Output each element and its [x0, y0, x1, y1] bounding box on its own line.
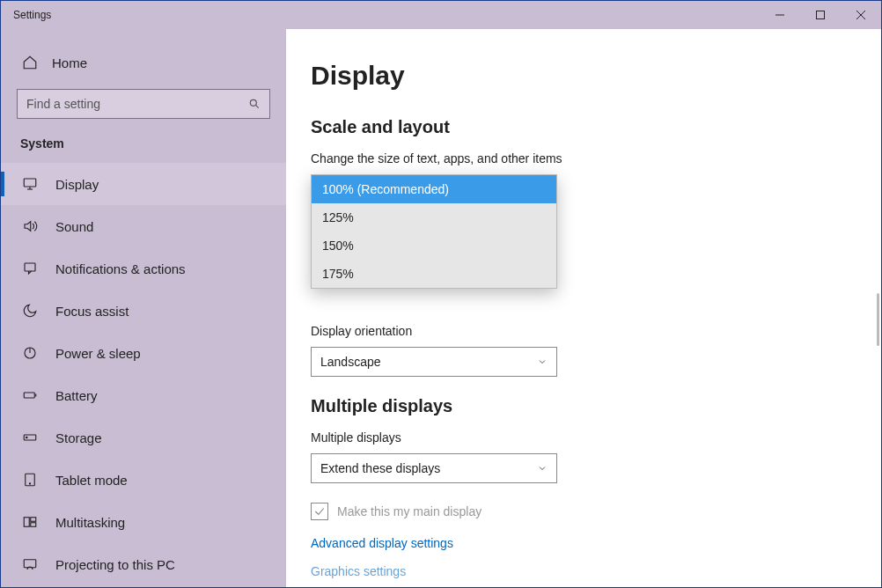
orientation-value: Landscape: [320, 355, 381, 369]
sidebar-item-display[interactable]: Display: [1, 163, 286, 205]
multi-value: Extend these displays: [320, 461, 440, 475]
sidebar-item-tablet-mode[interactable]: Tablet mode: [1, 459, 286, 501]
sidebar-item-projecting-to-this-pc[interactable]: Projecting to this PC: [1, 543, 286, 585]
home-label: Home: [52, 55, 87, 70]
sidebar-item-label: Power & sleep: [55, 346, 141, 361]
content: Display Scale and layout Change the size…: [286, 29, 881, 587]
maximize-button[interactable]: [800, 1, 841, 29]
window-controls: [760, 1, 881, 29]
window-title: Settings: [1, 9, 51, 21]
sidebar-item-label: Storage: [55, 430, 102, 445]
sidebar-item-label: Notifications & actions: [55, 261, 186, 276]
scale-dropdown-list: 100% (Recommended)125%150%175%: [311, 174, 557, 289]
sidebar-section: System: [1, 136, 286, 163]
search-box[interactable]: [17, 89, 270, 119]
sidebar-nav: DisplaySoundNotifications & actionsFocus…: [1, 163, 286, 585]
sidebar-item-sound[interactable]: Sound: [1, 205, 286, 247]
chevron-down-icon: [537, 463, 548, 474]
sidebar-item-battery[interactable]: Battery: [1, 374, 286, 416]
notifications-icon: [20, 261, 40, 276]
page-title: Display: [311, 61, 881, 91]
display-icon: [20, 176, 40, 192]
multi-dropdown[interactable]: Extend these displays: [311, 453, 557, 483]
svg-rect-1: [817, 11, 825, 19]
sidebar-item-label: Projecting to this PC: [55, 557, 175, 572]
search-wrap: [1, 89, 286, 136]
multi-label: Multiple displays: [311, 430, 881, 445]
orientation-group: Display orientation Landscape: [311, 324, 881, 377]
chevron-down-icon: [537, 356, 548, 367]
sidebar-item-label: Tablet mode: [55, 473, 128, 488]
orientation-dropdown[interactable]: Landscape: [311, 347, 557, 377]
close-icon: [856, 10, 866, 20]
minimize-button[interactable]: [760, 1, 800, 29]
svg-rect-21: [31, 523, 36, 527]
sidebar-item-focus-assist[interactable]: Focus assist: [1, 290, 286, 332]
svg-point-16: [26, 437, 28, 438]
window-body: Home System DisplaySoundNotifications & …: [1, 29, 881, 587]
sidebar: Home System DisplaySoundNotifications & …: [1, 29, 286, 587]
orientation-label: Display orientation: [311, 324, 881, 338]
home-nav[interactable]: Home: [1, 47, 286, 78]
advanced-display-link[interactable]: Advanced display settings: [311, 536, 881, 550]
home-icon: [20, 55, 40, 70]
storage-icon: [20, 430, 40, 445]
scale-group: Change the size of text, apps, and other…: [311, 151, 881, 308]
multi-section-heading: Multiple displays: [311, 396, 881, 416]
svg-line-5: [255, 105, 258, 107]
scale-label: Change the size of text, apps, and other…: [311, 151, 881, 165]
graphics-settings-link[interactable]: Graphics settings: [311, 564, 881, 578]
svg-point-4: [250, 99, 256, 106]
close-button[interactable]: [841, 1, 881, 29]
focus-assist-icon: [20, 303, 40, 319]
search-input[interactable]: [26, 97, 248, 111]
svg-rect-20: [31, 518, 36, 522]
multi-group: Multiple displays Extend these displays …: [311, 430, 881, 578]
main-display-label: Make this my main display: [337, 504, 481, 518]
svg-rect-6: [24, 179, 36, 187]
battery-icon: [20, 387, 40, 403]
sidebar-item-power-sleep[interactable]: Power & sleep: [1, 332, 286, 374]
checkbox-icon: [311, 503, 328, 520]
scrollbar[interactable]: [877, 293, 879, 346]
scale-option[interactable]: 100% (Recommended): [312, 175, 556, 203]
projecting-icon: [20, 556, 40, 572]
titlebar: Settings: [1, 1, 881, 29]
sidebar-item-label: Multitasking: [55, 515, 125, 530]
sidebar-item-multitasking[interactable]: Multitasking: [1, 501, 286, 543]
sidebar-item-notifications-actions[interactable]: Notifications & actions: [1, 247, 286, 290]
svg-rect-10: [25, 263, 35, 271]
svg-marker-9: [25, 222, 31, 232]
sidebar-item-label: Display: [55, 177, 99, 192]
scale-section-heading: Scale and layout: [311, 117, 881, 137]
sound-icon: [20, 218, 40, 234]
scale-option[interactable]: 175%: [312, 260, 556, 288]
sidebar-item-storage[interactable]: Storage: [1, 416, 286, 459]
sidebar-item-label: Focus assist: [55, 304, 129, 319]
scale-option[interactable]: 150%: [312, 232, 556, 260]
maximize-icon: [815, 10, 826, 20]
scale-option[interactable]: 125%: [312, 203, 556, 232]
minimize-icon: [775, 10, 785, 20]
multitasking-icon: [20, 514, 40, 530]
sidebar-item-label: Battery: [55, 388, 98, 403]
svg-point-18: [29, 483, 30, 484]
svg-rect-19: [24, 518, 29, 527]
svg-rect-13: [24, 393, 34, 398]
tablet-mode-icon: [20, 472, 40, 488]
power-sleep-icon: [20, 345, 40, 361]
settings-window: Settings Home: [0, 0, 882, 588]
main-display-checkbox-row[interactable]: Make this my main display: [311, 503, 881, 520]
sidebar-item-label: Sound: [55, 219, 93, 234]
svg-rect-22: [24, 560, 36, 568]
search-icon: [248, 98, 261, 110]
